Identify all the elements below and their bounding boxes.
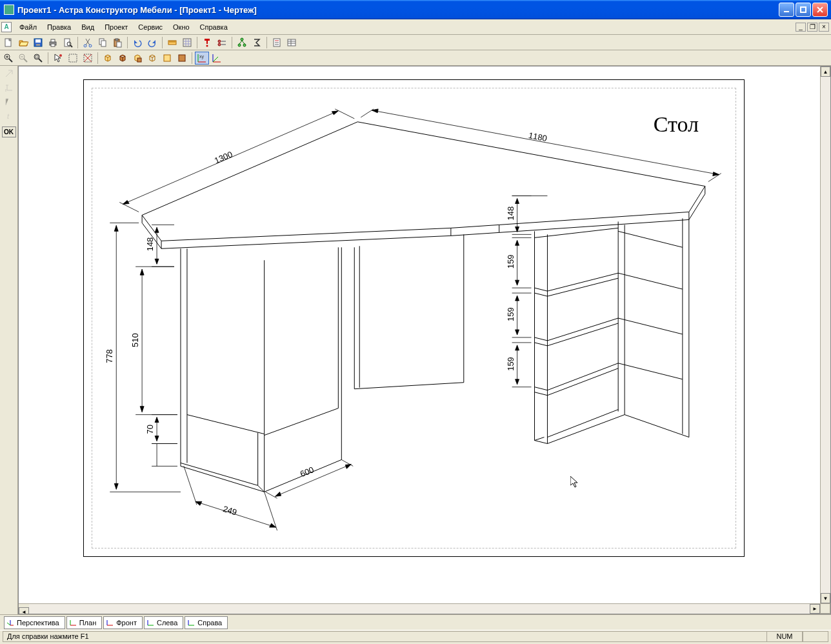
assembly-icon[interactable] (130, 52, 145, 65)
svg-rect-4 (35, 39, 41, 43)
mdi-minimize-button[interactable]: _ (796, 23, 806, 32)
dim-148b: 148 (506, 206, 516, 221)
left-panel: t OK (0, 66, 18, 614)
redo-icon[interactable] (145, 36, 159, 49)
canvas[interactable]: Стол (18, 66, 831, 614)
svg-point-36 (241, 38, 243, 41)
box-select-icon[interactable] (66, 52, 80, 65)
xy-plane-icon[interactable]: xy (195, 52, 209, 65)
tab-label: Перспектива (17, 619, 59, 627)
svg-rect-64 (179, 55, 185, 61)
mdi-restore-button[interactable]: ❐ (807, 23, 817, 32)
save-icon[interactable] (31, 36, 45, 49)
window-title: Проект1 - Астра Конструктор Мебели - [Пр… (16, 5, 779, 15)
zoom-fit-icon[interactable] (31, 52, 45, 65)
ruler-icon[interactable] (165, 36, 179, 49)
report-icon[interactable] (270, 36, 284, 49)
open-icon[interactable] (16, 36, 30, 49)
tree-icon[interactable] (235, 36, 249, 49)
menu-view[interactable]: Вид (76, 21, 99, 33)
print-icon[interactable] (46, 36, 60, 49)
cube-icon[interactable] (101, 52, 115, 65)
svg-rect-25 (183, 39, 191, 46)
drawing: 1300 1180 778 148 510 70 249 600 148 159… (84, 80, 744, 556)
svg-rect-31 (205, 39, 210, 41)
horizontal-scrollbar[interactable]: ◄► (19, 603, 820, 614)
tab-right[interactable]: Справа (185, 616, 228, 629)
svg-point-30 (206, 45, 208, 46)
ok-button[interactable]: OK (2, 126, 16, 137)
tab-plan[interactable]: План (66, 616, 103, 629)
zoom-in-icon[interactable] (1, 52, 15, 65)
side-view-icon[interactable] (175, 52, 189, 65)
grid-icon[interactable] (180, 36, 194, 49)
svg-point-32 (218, 40, 221, 43)
undo-icon[interactable] (130, 36, 145, 49)
menu-file[interactable]: Файл (14, 21, 42, 33)
new-icon[interactable] (1, 36, 15, 49)
svg-rect-15 (101, 41, 106, 46)
select-icon[interactable] (51, 52, 65, 65)
view-tabs: Перспектива План Фронт Слева Справа (0, 614, 831, 630)
toolbar-main (0, 35, 831, 50)
svg-rect-5 (36, 44, 40, 46)
toolbar-view: xy (0, 50, 831, 66)
menu-edit[interactable]: Правка (42, 21, 76, 33)
tab-front[interactable]: Фронт (103, 616, 143, 629)
svg-point-13 (89, 45, 92, 47)
svg-line-70 (6, 70, 12, 77)
part-icon[interactable] (145, 52, 159, 65)
preview-icon[interactable] (61, 36, 75, 49)
dim-148a: 148 (145, 237, 155, 252)
top-view-icon[interactable] (160, 52, 174, 65)
mdi-close-button[interactable]: × (819, 23, 829, 32)
menu-service[interactable]: Сервис (133, 21, 168, 33)
menubar: A Файл Правка Вид Проект Сервис Окно Спр… (0, 19, 831, 35)
dim-70: 70 (145, 425, 155, 434)
cut-icon[interactable] (81, 36, 95, 49)
dim-1180: 1180 (528, 130, 548, 143)
close-button[interactable] (812, 3, 828, 17)
menu-project[interactable]: Проект (99, 21, 133, 33)
dim-1300: 1300 (213, 149, 234, 165)
titlebar: Проект1 - Астра Конструктор Мебели - [Пр… (0, 0, 831, 19)
svg-rect-0 (784, 11, 789, 12)
svg-line-83 (547, 410, 618, 438)
xz-plane-icon[interactable] (210, 52, 224, 65)
svg-rect-58 (69, 54, 77, 62)
paste-icon[interactable] (110, 36, 125, 49)
info-icon[interactable] (200, 36, 214, 49)
dim-159c: 159 (506, 357, 516, 371)
zoom-out-icon[interactable] (16, 52, 30, 65)
maximize-button[interactable] (796, 3, 811, 17)
tab-left[interactable]: Слева (144, 616, 183, 629)
box3d-icon[interactable] (115, 52, 130, 65)
copy-icon[interactable] (95, 36, 110, 49)
svg-line-82 (618, 231, 683, 247)
svg-line-56 (39, 59, 42, 62)
vertical-scrollbar[interactable]: ▲▼ (820, 66, 830, 603)
menu-window[interactable]: Окно (168, 21, 195, 33)
svg-point-34 (218, 43, 221, 46)
settings-icon[interactable] (215, 36, 229, 49)
minimize-button[interactable] (779, 3, 794, 17)
svg-rect-9 (65, 39, 70, 46)
table-icon[interactable] (285, 36, 299, 49)
svg-rect-17 (115, 39, 118, 41)
svg-line-87 (7, 623, 10, 625)
app-icon (4, 5, 14, 15)
svg-line-53 (24, 59, 27, 62)
svg-rect-33 (221, 41, 226, 42)
tab-label: План (79, 619, 97, 627)
svg-rect-55 (35, 55, 38, 58)
cross-select-icon[interactable] (81, 52, 95, 65)
document-icon[interactable]: A (1, 22, 12, 32)
sigma-icon[interactable] (250, 36, 264, 49)
svg-point-12 (84, 45, 86, 47)
svg-point-57 (59, 54, 62, 57)
svg-rect-43 (288, 39, 295, 46)
tab-perspective[interactable]: Перспектива (4, 616, 65, 629)
status-num: NUM (766, 631, 803, 642)
menu-help[interactable]: Справка (195, 21, 233, 33)
statusbar: Для справки нажмите F1 NUM (0, 630, 831, 643)
